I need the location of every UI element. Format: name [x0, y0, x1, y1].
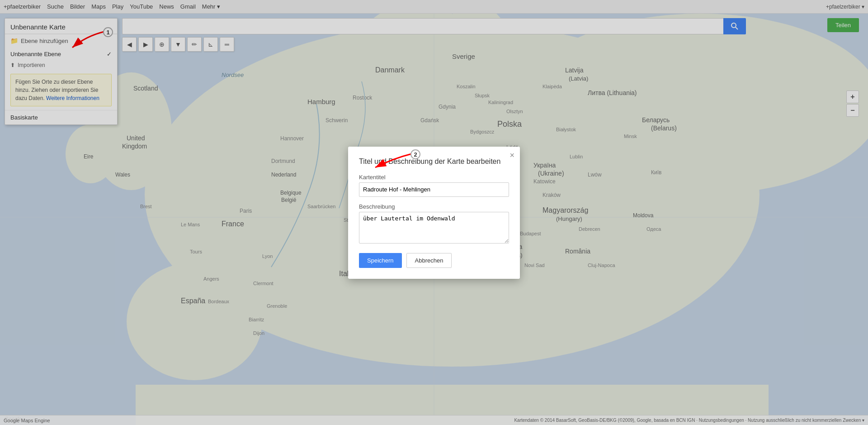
cancel-button[interactable]: Abbrechen	[406, 253, 452, 268]
dialog-title: Titel und Beschreibung der Karte bearbei…	[359, 158, 509, 166]
map-title-label: Kartentitel	[359, 174, 509, 181]
dialog-buttons: Speichern Abbrechen	[359, 253, 509, 268]
dialog-overlay: × Titel und Beschreibung der Karte bearb…	[0, 0, 868, 425]
description-label: Beschreibung	[359, 203, 509, 210]
save-button[interactable]: Speichern	[359, 253, 402, 268]
map-title-input[interactable]	[359, 182, 509, 197]
description-textarea[interactable]: über Lautertal im Odenwald	[359, 212, 509, 244]
dialog-close-button[interactable]: ×	[509, 151, 514, 159]
dialog: × Titel und Beschreibung der Karte bearb…	[348, 147, 520, 279]
